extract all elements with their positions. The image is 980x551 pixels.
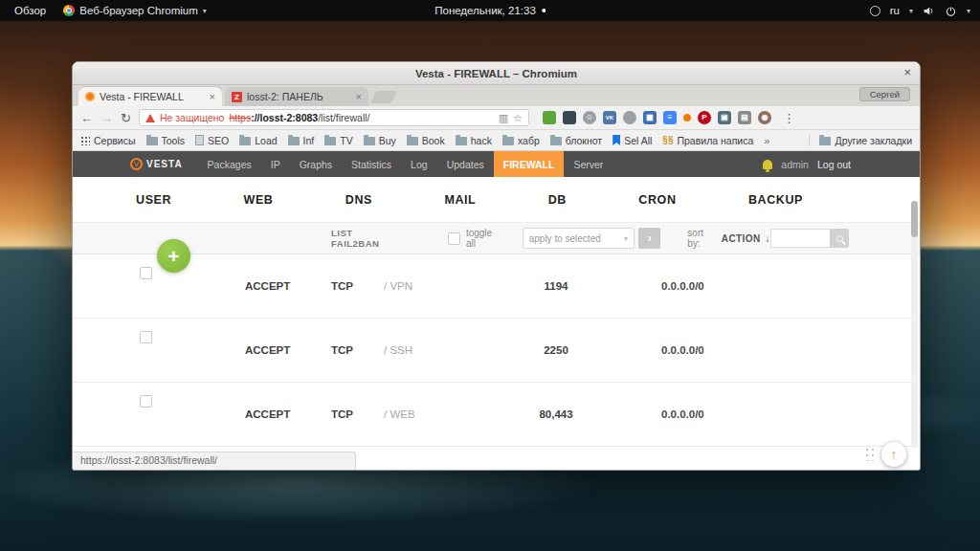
bookmark-folder-habr[interactable]: хабр <box>502 135 540 146</box>
add-rule-button[interactable]: + <box>157 239 190 273</box>
bookmark-folder-bloknot[interactable]: блокнот <box>550 135 602 146</box>
browser-navbar: ← → ↻ Не защищено https://losst-2:8083/l… <box>73 106 920 130</box>
tab-dns[interactable]: DNS <box>345 193 372 207</box>
doc-icon[interactable]: ≡ <box>663 111 677 124</box>
bookmarks-bar: Сервисы Tools SEO Load Inf TV Buy Book h… <box>73 130 920 151</box>
page-scrollbar[interactable] <box>911 201 918 449</box>
forward-button[interactable]: → <box>100 112 113 124</box>
apply-to-selected-dropdown[interactable]: apply to selected ▾ <box>523 228 635 249</box>
table-icon[interactable]: ▦ <box>643 111 657 124</box>
clock-menu[interactable]: Понедельник, 21:33 <box>434 5 546 16</box>
apply-go-button[interactable]: › <box>638 228 660 249</box>
tab-mail[interactable]: MAIL <box>444 193 476 207</box>
bookmark-apps[interactable]: Сервисы <box>80 135 136 146</box>
security-warning-icon[interactable] <box>145 114 155 122</box>
bookmark-star-icon[interactable]: ☆ <box>513 112 523 124</box>
power-icon[interactable] <box>945 5 957 17</box>
bookmark-folder-tools[interactable]: Tools <box>146 135 186 146</box>
bookmark-pravila[interactable]: §§Правила написа <box>662 135 753 146</box>
dark-shield-icon[interactable] <box>563 111 576 124</box>
search-button[interactable] <box>830 229 849 248</box>
firewall-rule-row: ACCEPT TCP / VPN 1194 0.0.0.0/0 <box>73 254 920 319</box>
scroll-to-top-button[interactable]: ↑ <box>881 442 906 467</box>
bookmark-folder-book[interactable]: Book <box>407 135 445 146</box>
url-path: /list/firewall/ <box>318 112 369 123</box>
vesta-menu-updates[interactable]: Updates <box>437 151 494 177</box>
url-text[interactable]: https://losst-2:8083/list/firewall/ <box>229 112 369 123</box>
photo-icon[interactable]: ▣ <box>718 111 731 124</box>
bookmark-folder-hack[interactable]: hack <box>456 135 492 146</box>
bookmarks-overflow-chevron[interactable]: » <box>764 135 769 146</box>
tab-backup[interactable]: BACKUP <box>748 193 803 207</box>
circle-icon[interactable] <box>623 111 636 124</box>
search-input[interactable] <box>770 229 830 248</box>
gnome-top-bar: Обзор Веб-браузер Chromium ▾ Понедельник… <box>0 0 980 21</box>
rule-checkbox[interactable] <box>140 331 152 343</box>
vesta-menu-graphs[interactable]: Graphs <box>290 151 342 177</box>
profile-badge[interactable]: Сергей <box>859 87 910 101</box>
pinterest-icon[interactable]: P <box>698 111 711 124</box>
tab-close-icon[interactable]: × <box>210 91 215 102</box>
extension-row: ☺ VK ▦ ≡ P ▣ ▤ ◉ <box>543 111 771 124</box>
vesta-logo[interactable]: V VESTA <box>130 151 183 177</box>
activities-button[interactable]: Обзор <box>6 0 55 21</box>
rule-port: 2250 <box>508 344 604 356</box>
tab-db[interactable]: DB <box>548 193 567 207</box>
sort-value[interactable]: ACTION <box>722 233 761 244</box>
bookmark-sel-all[interactable]: Sel All <box>612 135 652 146</box>
vk-icon[interactable]: VK <box>603 111 616 124</box>
volume-icon[interactable] <box>923 5 935 17</box>
app-menu[interactable]: Веб-браузер Chromium ▾ <box>55 0 215 21</box>
tab-close-icon[interactable]: × <box>356 91 362 102</box>
rule-action: ACCEPT <box>245 280 331 292</box>
keyboard-layout[interactable]: ru <box>890 5 900 16</box>
orange-dot-icon[interactable] <box>683 114 691 121</box>
bookmark-folder-inf[interactable]: Inf <box>288 135 315 146</box>
vesta-menu-server[interactable]: Server <box>564 151 612 177</box>
drag-handle-icon[interactable] <box>864 447 876 461</box>
bookmark-folder-load[interactable]: Load <box>239 135 277 146</box>
camera-icon[interactable]: ◉ <box>758 111 771 124</box>
tab-losst-panel[interactable]: Z losst-2: ПАНЕЛЬ × <box>225 87 368 106</box>
vesta-menu-log[interactable]: Log <box>401 151 437 177</box>
app-menu-label: Веб-браузер Chromium <box>79 5 198 16</box>
vesta-menu-firewall[interactable]: FIREWALL <box>494 151 565 177</box>
vesta-menu: Packages IP Graphs Statistics Log Update… <box>198 151 613 177</box>
window-titlebar[interactable]: Vesta - FIREWALL – Chromium × <box>73 62 920 85</box>
grid-icon[interactable]: ▤ <box>738 111 751 124</box>
omnibox[interactable]: Не защищено https://losst-2:8083/list/fi… <box>139 109 529 126</box>
tab-user[interactable]: USER <box>136 193 171 207</box>
rule-port: 80,443 <box>508 408 604 420</box>
window-close-button[interactable]: × <box>903 65 911 79</box>
save-card-icon[interactable]: ▥ <box>499 112 508 124</box>
new-tab-button[interactable] <box>370 91 397 103</box>
bookmark-folder-tv[interactable]: TV <box>324 135 352 146</box>
reload-button[interactable]: ↻ <box>121 112 131 124</box>
vesta-menu-statistics[interactable]: Statistics <box>342 151 401 177</box>
security-warning-label[interactable]: Не защищено <box>160 112 225 123</box>
vesta-account-label[interactable]: admin <box>781 159 809 170</box>
rule-checkbox[interactable] <box>140 267 152 279</box>
scrollbar-thumb[interactable] <box>911 201 918 237</box>
green-shield-icon[interactable] <box>543 111 556 124</box>
vesta-menu-packages[interactable]: Packages <box>198 151 261 177</box>
logout-button[interactable]: Log out <box>817 159 851 170</box>
tab-cron[interactable]: CRON <box>638 193 676 207</box>
vesta-favicon <box>85 92 95 101</box>
back-button[interactable]: ← <box>80 112 93 124</box>
rule-checkbox[interactable] <box>140 395 152 408</box>
status-circle-icon[interactable] <box>870 6 880 16</box>
bookmark-seo[interactable]: SEO <box>195 135 229 146</box>
tab-vesta-firewall[interactable]: Vesta - FIREWALL × <box>78 87 222 106</box>
toggle-all-checkbox[interactable] <box>448 232 460 245</box>
browser-menu-icon[interactable]: ⋮ <box>783 111 795 125</box>
list-fail2ban-link[interactable]: LIST FAIL2BAN <box>331 228 402 249</box>
other-bookmarks-button[interactable]: Другие закладки <box>809 135 912 146</box>
bookmark-folder-buy[interactable]: Buy <box>364 135 396 146</box>
smiley-icon[interactable]: ☺ <box>583 111 596 124</box>
tab-web[interactable]: WEB <box>244 193 274 207</box>
vesta-menu-ip[interactable]: IP <box>261 151 290 177</box>
losst-favicon: Z <box>232 92 242 102</box>
rule-action: ACCEPT <box>245 344 331 356</box>
notifications-bell-icon[interactable] <box>763 160 772 169</box>
